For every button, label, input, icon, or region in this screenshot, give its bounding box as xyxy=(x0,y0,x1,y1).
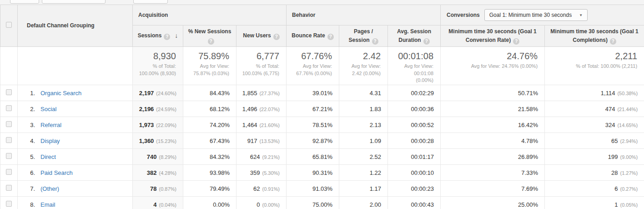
new-users-cell: 917(13.53%) xyxy=(236,133,287,149)
goal-selector-dropdown[interactable]: Goal 1: Minimum time 30 seconds ▼ xyxy=(484,9,588,21)
help-icon[interactable]: ? xyxy=(513,38,519,45)
row-checkbox[interactable] xyxy=(6,201,12,207)
avg-duration-cell: 00:00:28 xyxy=(388,133,441,149)
row-checkbox[interactable] xyxy=(6,185,12,191)
summary-goal-conversion-rate: 24.76% Avg for View: 24.76% (0.00%) xyxy=(441,46,545,85)
new-users-cell: 62(0.91%) xyxy=(236,181,287,197)
row-checkbox[interactable] xyxy=(6,89,12,95)
avg-duration-cell: 00:00:36 xyxy=(388,101,441,117)
avg-duration-cell: 00:00:43 xyxy=(388,197,441,209)
sessions-cell: 382(4.28%) xyxy=(133,165,183,181)
goal-selector-value: Goal 1: Minimum time 30 seconds xyxy=(489,12,572,18)
help-icon[interactable]: ? xyxy=(327,34,334,40)
help-icon[interactable]: ? xyxy=(423,38,430,45)
summary-avg-duration: 00:01:08 Avg for View: 00:01:08 (0.00%) xyxy=(388,46,441,85)
row-index: 3. xyxy=(25,122,35,128)
column-header-goal-completions[interactable]: Minimum time 30 seconds (Goal 1 Completi… xyxy=(545,25,644,47)
avg-duration-cell: 00:01:17 xyxy=(388,149,441,165)
goal-completions-cell: 474(21.44%) xyxy=(545,101,644,117)
new-sessions-cell: 0.00% xyxy=(183,197,236,209)
sessions-cell: 1,360(15.23%) xyxy=(133,133,183,149)
channel-link[interactable]: Display xyxy=(40,138,60,144)
pages-per-session-cell: 2.00 xyxy=(339,197,388,209)
row-index: 8. xyxy=(25,201,35,208)
summary-row: 8,930 % of Total: 100.00% (8,930) 75.89%… xyxy=(0,46,644,85)
goal-conversion-rate-cell: 7.33% xyxy=(441,165,545,181)
channel-link[interactable]: Paid Search xyxy=(40,169,73,176)
new-users-cell: 0(0.00%) xyxy=(236,197,287,209)
new-users-cell: 1,855(27.37%) xyxy=(236,85,287,101)
channel-link[interactable]: Referral xyxy=(40,122,61,128)
table-row: 5.Direct 740(8.29%) 84.32% 624(9.21%) 65… xyxy=(0,149,644,165)
table-row: 7.(Other) 78(0.87%) 79.49% 62(0.91%) 91.… xyxy=(0,181,644,197)
avg-duration-cell: 00:00:23 xyxy=(388,181,441,197)
new-sessions-cell: 68.12% xyxy=(183,101,236,117)
column-header-new-users[interactable]: New Users? xyxy=(236,25,287,47)
row-index: 2. xyxy=(25,106,35,112)
summary-goal-completions: 2,211 % of Total: 100.00% (2,211) xyxy=(545,46,644,85)
goal-completions-cell: 28(1.27%) xyxy=(545,165,644,181)
goal-completions-cell: 324(14.65%) xyxy=(545,117,644,133)
column-header-new-sessions[interactable]: % New Sessions? xyxy=(183,25,236,47)
toolbar-button-1[interactable] xyxy=(10,0,39,4)
bounce-rate-cell: 39.01% xyxy=(287,85,339,101)
column-header-pages-per-session[interactable]: Pages / Session? xyxy=(339,25,388,47)
help-icon[interactable]: ? xyxy=(372,38,378,45)
sessions-cell: 78(0.87%) xyxy=(133,181,183,197)
column-header-sessions[interactable]: Sessions?↓ xyxy=(133,25,183,47)
row-checkbox[interactable] xyxy=(6,137,12,143)
pages-per-session-cell: 1.09 xyxy=(339,133,388,149)
select-all-checkbox[interactable] xyxy=(6,22,12,28)
toolbar-button-2[interactable] xyxy=(133,0,168,4)
new-users-cell: 1,464(21.60%) xyxy=(236,117,287,133)
group-header-conversions: Conversions Goal 1: Minimum time 30 seco… xyxy=(441,5,644,25)
toolbar-cutoff-strip xyxy=(0,0,644,5)
bounce-rate-cell: 67.21% xyxy=(287,101,339,117)
table-row: 2.Social 2,196(24.59%) 68.12% 1,496(22.0… xyxy=(0,101,644,117)
row-index: 7. xyxy=(25,185,35,192)
row-checkbox[interactable] xyxy=(6,153,12,159)
row-index: 4. xyxy=(25,138,35,144)
new-users-cell: 624(9.21%) xyxy=(236,149,287,165)
row-checkbox[interactable] xyxy=(6,169,12,175)
table-row: 3.Referral 1,973(22.09%) 74.20% 1,464(21… xyxy=(0,117,644,133)
table-row: 8.Email 4(0.04%) 0.00% 0(0.00%) 75.00% 2… xyxy=(0,197,644,209)
channel-link[interactable]: Direct xyxy=(40,153,56,160)
bounce-rate-cell: 78.51% xyxy=(287,117,339,133)
help-icon[interactable]: ? xyxy=(164,34,170,40)
goal-conversion-rate-cell: 26.89% xyxy=(441,149,545,165)
column-header-goal-conversion-rate[interactable]: Minimum time 30 seconds (Goal 1 Conversi… xyxy=(441,25,545,47)
help-icon[interactable]: ? xyxy=(610,38,616,45)
channel-link[interactable]: Social xyxy=(40,106,56,112)
goal-completions-cell: 1,114(50.38%) xyxy=(545,85,644,101)
summary-bounce-rate: 67.76% Avg for View: 67.76% (0.00%) xyxy=(287,46,339,85)
group-header-behavior: Behavior xyxy=(287,5,441,25)
channel-link[interactable]: Email xyxy=(40,201,55,208)
avg-duration-cell: 00:02:29 xyxy=(388,85,441,101)
group-header-acquisition: Acquisition xyxy=(133,5,287,25)
channel-link[interactable]: Organic Search xyxy=(40,90,81,97)
help-icon[interactable]: ? xyxy=(208,38,214,45)
new-sessions-cell: 74.20% xyxy=(183,117,236,133)
row-index: 6. xyxy=(25,169,35,176)
bounce-rate-cell: 65.81% xyxy=(287,149,339,165)
select-all-cell xyxy=(0,5,18,47)
goal-conversion-rate-cell: 25.00% xyxy=(441,197,545,209)
bounce-rate-cell: 91.03% xyxy=(287,181,339,197)
help-icon[interactable]: ? xyxy=(273,34,280,40)
column-header-avg-session-duration[interactable]: Avg. Session Duration? xyxy=(388,25,441,47)
pages-per-session-cell: 1.83 xyxy=(339,101,388,117)
sessions-cell: 2,196(24.59%) xyxy=(133,101,183,117)
table-row: 1.Organic Search 2,197(24.60%) 84.43% 1,… xyxy=(0,85,644,101)
table-row: 6.Paid Search 382(4.28%) 93.98% 359(5.30… xyxy=(0,165,644,181)
channel-grouping-header[interactable]: Default Channel Grouping xyxy=(18,5,133,47)
row-checkbox[interactable] xyxy=(6,105,12,111)
row-checkbox[interactable] xyxy=(6,121,12,127)
toolbar-search-box[interactable] xyxy=(42,0,106,4)
goal-conversion-rate-cell: 16.42% xyxy=(441,117,545,133)
goal-completions-cell: 6(0.27%) xyxy=(545,181,644,197)
column-header-bounce-rate[interactable]: Bounce Rate? xyxy=(287,25,339,47)
new-sessions-cell: 93.98% xyxy=(183,165,236,181)
channel-link[interactable]: (Other) xyxy=(40,185,59,192)
sort-descending-icon[interactable]: ↓ xyxy=(175,32,178,39)
